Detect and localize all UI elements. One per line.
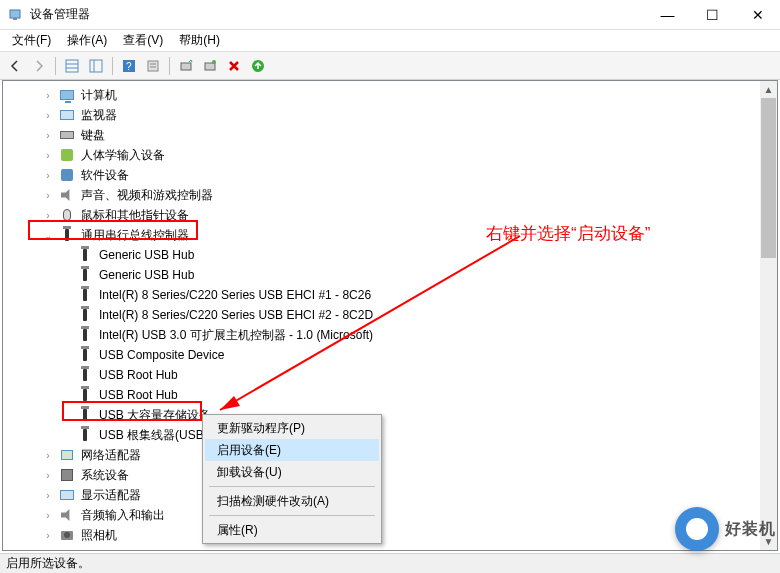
device-tree: ›计算机 ›监视器 ›键盘 ›人体学输入设备 ›软件设备 ›声音、视频和游戏控制…: [3, 81, 777, 549]
help-icon[interactable]: ?: [118, 55, 140, 77]
enable-device-icon[interactable]: [247, 55, 269, 77]
monitor-icon: [59, 87, 75, 103]
menu-bar: 文件(F) 操作(A) 查看(V) 帮助(H): [0, 30, 780, 52]
usb-icon: [77, 307, 93, 323]
context-menu: 更新驱动程序(P) 启用设备(E) 卸载设备(U) 扫描检测硬件改动(A) 属性…: [202, 414, 382, 544]
menu-item-scan-hardware[interactable]: 扫描检测硬件改动(A): [205, 490, 379, 512]
tree-node-usb-device[interactable]: USB Root Hub: [7, 385, 777, 405]
keyboard-icon: [59, 127, 75, 143]
tree-node-usb-device[interactable]: Generic USB Hub: [7, 265, 777, 285]
tree-node-network[interactable]: ›网络适配器: [7, 445, 777, 465]
toolbar-separator: [55, 57, 56, 75]
menu-item-uninstall-device[interactable]: 卸载设备(U): [205, 461, 379, 483]
properties-icon[interactable]: [142, 55, 164, 77]
svg-point-14: [212, 60, 216, 64]
watermark-text: 好装机: [725, 519, 776, 540]
close-button[interactable]: ✕: [735, 0, 780, 30]
view-tree-icon[interactable]: [85, 55, 107, 77]
menu-item-enable-device[interactable]: 启用设备(E): [205, 439, 379, 461]
hid-icon: [59, 147, 75, 163]
tree-node-audio-io[interactable]: ›音频输入和输出: [7, 505, 777, 525]
chevron-right-icon[interactable]: ›: [41, 108, 55, 122]
menu-action[interactable]: 操作(A): [63, 30, 111, 51]
usb-icon: [77, 287, 93, 303]
chevron-right-icon[interactable]: ›: [41, 528, 55, 542]
toolbar: ?: [0, 52, 780, 80]
sound-icon: [59, 187, 75, 203]
tree-node-camera[interactable]: ›照相机: [7, 525, 777, 545]
forward-button[interactable]: [28, 55, 50, 77]
chevron-right-icon[interactable]: ›: [41, 168, 55, 182]
tree-node-keyboards[interactable]: ›键盘: [7, 125, 777, 145]
annotation-text: 右键并选择“启动设备”: [486, 222, 650, 245]
scan-hardware-icon[interactable]: [175, 55, 197, 77]
tree-node-computers[interactable]: ›计算机: [7, 85, 777, 105]
usb-icon: [77, 427, 93, 443]
svg-rect-9: [148, 61, 158, 71]
tree-node-usb-device[interactable]: USB Composite Device: [7, 345, 777, 365]
tree-node-monitors[interactable]: ›监视器: [7, 105, 777, 125]
chevron-right-icon[interactable]: ›: [41, 188, 55, 202]
menu-view[interactable]: 查看(V): [119, 30, 167, 51]
chip-icon: [59, 467, 75, 483]
display-adapter-icon: [59, 487, 75, 503]
tree-node-usb-controllers[interactable]: ⌄通用串行总线控制器: [7, 225, 777, 245]
view-details-icon[interactable]: [61, 55, 83, 77]
minimize-button[interactable]: —: [645, 0, 690, 30]
toolbar-separator: [112, 57, 113, 75]
scroll-up-arrow[interactable]: ▲: [760, 81, 777, 98]
tree-node-usb-device[interactable]: Intel(R) USB 3.0 可扩展主机控制器 - 1.0 (Microso…: [7, 325, 777, 345]
svg-rect-2: [66, 60, 78, 72]
tree-node-audio-video[interactable]: ›声音、视频和游戏控制器: [7, 185, 777, 205]
update-driver-icon[interactable]: [199, 55, 221, 77]
chevron-right-icon[interactable]: ›: [41, 468, 55, 482]
chevron-right-icon[interactable]: ›: [41, 88, 55, 102]
menu-item-update-driver[interactable]: 更新驱动程序(P): [205, 417, 379, 439]
window-title: 设备管理器: [30, 6, 645, 23]
network-icon: [59, 447, 75, 463]
uninstall-icon[interactable]: [223, 55, 245, 77]
tree-node-mouse[interactable]: ›鼠标和其他指针设备: [7, 205, 777, 225]
tree-node-usb-device[interactable]: USB Root Hub: [7, 365, 777, 385]
software-icon: [59, 167, 75, 183]
maximize-button[interactable]: ☐: [690, 0, 735, 30]
usb-icon: [77, 387, 93, 403]
tree-node-usb-device[interactable]: Generic USB Hub: [7, 245, 777, 265]
monitor-icon: [59, 107, 75, 123]
usb-icon: [77, 247, 93, 263]
menu-separator: [209, 486, 375, 487]
chevron-down-icon[interactable]: ⌄: [41, 228, 55, 242]
tree-node-system[interactable]: ›系统设备: [7, 465, 777, 485]
camera-icon: [59, 527, 75, 543]
menu-item-properties[interactable]: 属性(R): [205, 519, 379, 541]
svg-rect-12: [181, 63, 191, 70]
usb-icon: [77, 347, 93, 363]
tree-node-software-devices[interactable]: ›软件设备: [7, 165, 777, 185]
svg-text:?: ?: [126, 61, 132, 72]
watermark-logo: 好装机: [675, 507, 776, 551]
tree-node-usb-device[interactable]: USB 根集线器(USB: [7, 425, 777, 445]
tree-node-hid[interactable]: ›人体学输入设备: [7, 145, 777, 165]
chevron-right-icon[interactable]: ›: [41, 128, 55, 142]
back-button[interactable]: [4, 55, 26, 77]
svg-rect-13: [205, 63, 215, 70]
tree-node-usb-device[interactable]: Intel(R) 8 Series/C220 Series USB EHCI #…: [7, 305, 777, 325]
chevron-right-icon[interactable]: ›: [41, 148, 55, 162]
chevron-right-icon[interactable]: ›: [41, 208, 55, 222]
svg-rect-0: [10, 10, 20, 18]
chevron-right-icon[interactable]: ›: [41, 508, 55, 522]
svg-rect-1: [13, 18, 17, 20]
tree-node-usb-mass-storage[interactable]: USB 大容量存储设备: [7, 405, 777, 425]
menu-file[interactable]: 文件(F): [8, 30, 55, 51]
chevron-right-icon[interactable]: ›: [41, 488, 55, 502]
menu-help[interactable]: 帮助(H): [175, 30, 224, 51]
tree-node-usb-device[interactable]: Intel(R) 8 Series/C220 Series USB EHCI #…: [7, 285, 777, 305]
vertical-scrollbar[interactable]: ▲ ▼: [760, 81, 777, 550]
menu-separator: [209, 515, 375, 516]
usb-icon: [59, 227, 75, 243]
tree-node-display[interactable]: ›显示适配器: [7, 485, 777, 505]
usb-icon: [77, 267, 93, 283]
scrollbar-thumb[interactable]: [761, 98, 776, 258]
app-icon: [8, 7, 24, 23]
chevron-right-icon[interactable]: ›: [41, 448, 55, 462]
